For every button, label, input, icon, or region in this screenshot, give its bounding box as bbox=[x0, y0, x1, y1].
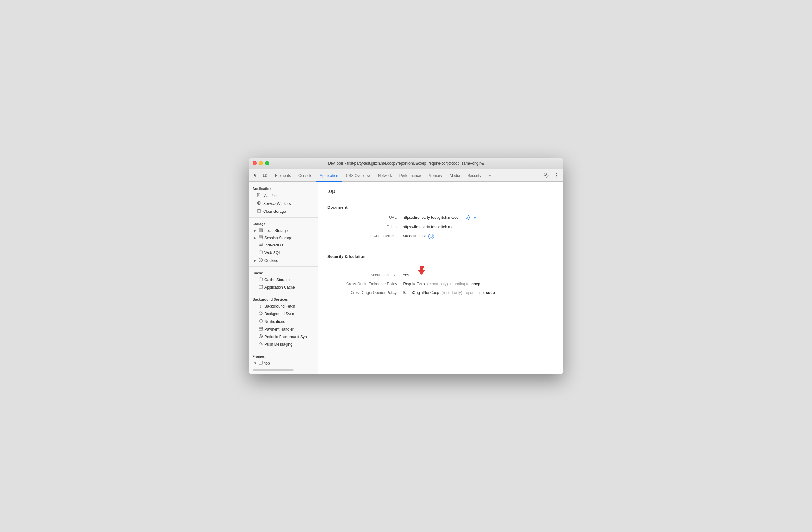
sidebar-item-cookies[interactable]: ▶ Cookies bbox=[249, 256, 318, 264]
sidebar-section-background-services: Background Services bbox=[249, 295, 318, 303]
sidebar-item-session-storage[interactable]: ▶ Session Storage bbox=[249, 234, 318, 241]
indexeddb-icon bbox=[258, 243, 263, 248]
svg-rect-36 bbox=[259, 361, 262, 364]
minimize-button[interactable] bbox=[259, 161, 263, 165]
sidebar-item-manifest-label: Manifest bbox=[263, 194, 277, 198]
svg-rect-14 bbox=[259, 228, 263, 232]
tab-network[interactable]: Network bbox=[374, 170, 396, 182]
svg-point-9 bbox=[257, 201, 260, 205]
svg-rect-1 bbox=[266, 175, 267, 176]
coep-label: Cross-Origin Embedder Policy bbox=[346, 282, 403, 286]
tab-css-overview[interactable]: CSS Overview bbox=[342, 170, 374, 182]
sidebar-item-cookies-label: Cookies bbox=[264, 258, 278, 263]
tab-application[interactable]: Application bbox=[316, 170, 342, 182]
origin-row: Origin https://first-party-test.glitch.m… bbox=[328, 225, 554, 229]
web-sql-icon bbox=[258, 250, 263, 255]
toolbar-right bbox=[538, 171, 561, 180]
coop-row: Cross-Origin Opener Policy SameOriginPlu… bbox=[328, 291, 554, 295]
sidebar: Application Manifest Service Workers Cle… bbox=[249, 182, 318, 374]
sidebar-scrollbar[interactable] bbox=[252, 369, 294, 370]
tab-elements[interactable]: Elements bbox=[271, 170, 295, 182]
sidebar-item-local-storage-label: Local Storage bbox=[264, 228, 288, 233]
secure-context-label: Secure Context bbox=[346, 273, 403, 277]
coop-label: Cross-Origin Opener Policy bbox=[346, 291, 403, 295]
coop-policy: SameOriginPlusCoep (report-only) reporti… bbox=[403, 291, 495, 295]
tab-console[interactable]: Console bbox=[295, 170, 316, 182]
secure-context-row: Secure Context Yes bbox=[328, 264, 554, 277]
top-frame-icon bbox=[258, 361, 263, 365]
svg-rect-11 bbox=[258, 210, 260, 213]
svg-point-3 bbox=[556, 175, 557, 175]
sidebar-item-service-workers[interactable]: Service Workers bbox=[249, 199, 318, 208]
svg-rect-0 bbox=[263, 174, 266, 177]
sidebar-item-periodic-background-sync[interactable]: ▶ Periodic Background Syn bbox=[249, 333, 318, 340]
local-storage-icon bbox=[258, 228, 263, 233]
cache-storage-icon bbox=[258, 277, 263, 282]
svg-point-24 bbox=[259, 258, 263, 262]
sidebar-item-local-storage[interactable]: ▶ Local Storage bbox=[249, 227, 318, 234]
sidebar-item-background-fetch[interactable]: ▶ ↕ Background Fetch bbox=[249, 303, 318, 310]
page-title: top bbox=[328, 188, 554, 195]
sidebar-item-push-messaging[interactable]: ▶ Push Messaging bbox=[249, 340, 318, 348]
sidebar-item-background-sync-label: Background Sync bbox=[264, 312, 294, 316]
cursor-icon[interactable] bbox=[251, 171, 260, 180]
url-row: URL https://first-party-test.glitch.me/c… bbox=[328, 215, 554, 220]
sidebar-item-web-sql[interactable]: ▶ Web SQL bbox=[249, 249, 318, 256]
background-sync-icon bbox=[258, 311, 263, 317]
cookies-icon bbox=[258, 258, 263, 263]
tab-security[interactable]: Security bbox=[464, 170, 485, 182]
maximize-button[interactable] bbox=[265, 161, 269, 165]
owner-element-value: <#document> ⓘ bbox=[403, 234, 434, 239]
close-button[interactable] bbox=[252, 161, 257, 165]
sidebar-item-clear-storage[interactable]: Clear storage bbox=[249, 208, 318, 215]
session-storage-icon bbox=[258, 236, 263, 240]
sidebar-item-cache-storage[interactable]: ▶ Cache Storage bbox=[249, 276, 318, 284]
owner-element-label: Owner Element bbox=[346, 234, 403, 238]
push-messaging-icon bbox=[258, 342, 263, 347]
divider-3 bbox=[249, 293, 318, 293]
url-value: https://first-party-test.glitch.me/co...… bbox=[403, 215, 477, 220]
sidebar-item-payment-handler[interactable]: ▶ Payment Handler bbox=[249, 325, 318, 333]
sidebar-item-indexeddb[interactable]: ▶ IndexedDB bbox=[249, 241, 318, 249]
owner-element-link[interactable]: <#document> bbox=[403, 234, 426, 238]
tab-media[interactable]: Media bbox=[446, 170, 464, 182]
sidebar-item-manifest[interactable]: Manifest bbox=[249, 192, 318, 199]
devtools-body: Application Manifest Service Workers Cle… bbox=[249, 182, 563, 374]
security-section-title: Security & Isolation bbox=[328, 254, 554, 259]
sidebar-item-application-cache[interactable]: ▶ Application Cache bbox=[249, 284, 318, 291]
svg-point-26 bbox=[261, 259, 262, 260]
manifest-icon bbox=[256, 193, 261, 198]
coop-main: SameOriginPlusCoep bbox=[403, 291, 439, 295]
tab-performance[interactable]: Performance bbox=[396, 170, 425, 182]
coep-reporting-value: coep bbox=[472, 282, 480, 286]
sidebar-section-cache: Cache bbox=[249, 268, 318, 276]
sidebar-item-top-frame[interactable]: ▼ top bbox=[249, 360, 318, 367]
sidebar-item-notifications[interactable]: ▶ Notifications bbox=[249, 318, 318, 325]
sidebar-item-background-sync[interactable]: ▶ Background Sync bbox=[249, 310, 318, 318]
coep-row: Cross-Origin Embedder Policy RequireCorp… bbox=[328, 282, 554, 286]
svg-point-10 bbox=[258, 202, 259, 204]
clear-storage-icon bbox=[256, 209, 261, 214]
svg-marker-38 bbox=[418, 266, 425, 275]
sidebar-item-indexeddb-label: IndexedDB bbox=[264, 243, 283, 248]
secure-context-value: Yes bbox=[403, 264, 426, 277]
url-link-icon[interactable]: ⊙ bbox=[464, 215, 469, 220]
settings-button[interactable] bbox=[542, 171, 551, 180]
coep-reporting: reporting to: coep bbox=[450, 282, 480, 286]
owner-element-icon[interactable]: ⓘ bbox=[428, 234, 434, 239]
coop-value: SameOriginPlusCoep (report-only) reporti… bbox=[403, 291, 495, 295]
svg-rect-33 bbox=[259, 327, 263, 330]
url-reload-icon[interactable]: ↻ bbox=[472, 215, 477, 220]
sidebar-item-push-messaging-label: Push Messaging bbox=[264, 342, 292, 347]
sidebar-item-web-sql-label: Web SQL bbox=[264, 251, 281, 255]
tab-more[interactable]: » bbox=[485, 170, 495, 182]
service-workers-icon bbox=[256, 201, 261, 206]
sidebar-item-top-frame-label: top bbox=[264, 361, 270, 365]
sidebar-item-payment-handler-label: Payment Handler bbox=[264, 327, 294, 332]
url-label: URL bbox=[346, 215, 403, 220]
menu-button[interactable] bbox=[552, 171, 561, 180]
application-cache-icon bbox=[258, 285, 263, 290]
toolbar: Elements Console Application CSS Overvie… bbox=[249, 169, 563, 182]
device-icon[interactable] bbox=[261, 171, 270, 180]
tab-memory[interactable]: Memory bbox=[425, 170, 446, 182]
